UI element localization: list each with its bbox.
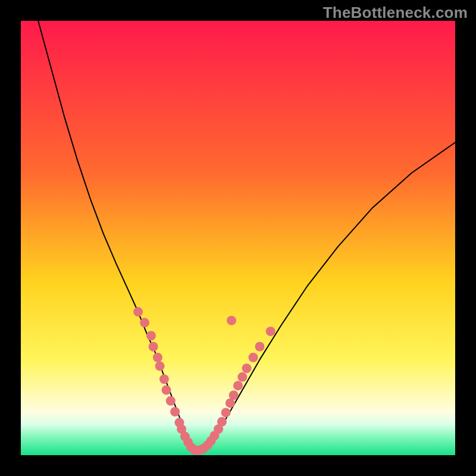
plot-area xyxy=(21,21,455,455)
scatter-point xyxy=(255,342,265,352)
chart-svg xyxy=(21,21,455,455)
scatter-point xyxy=(229,390,239,400)
scatter-point xyxy=(266,327,275,336)
scatter-point xyxy=(237,372,247,382)
scatter-point xyxy=(149,342,158,352)
scatter-point xyxy=(155,361,165,371)
scatter-point xyxy=(227,316,236,325)
scatter-point xyxy=(153,353,162,362)
scatter-point xyxy=(133,307,143,317)
scatter-point xyxy=(140,318,149,327)
scatter-point xyxy=(249,353,258,362)
chart-frame: TheBottleneck.com xyxy=(0,0,476,476)
scatter-point xyxy=(162,386,171,395)
scatter-point xyxy=(233,381,243,390)
scatter-point xyxy=(146,331,156,340)
watermark-text: TheBottleneck.com xyxy=(323,4,468,22)
scatter-point xyxy=(170,407,180,416)
scatter-point xyxy=(159,374,169,384)
scatter-point xyxy=(221,408,231,417)
scatter-point xyxy=(242,364,252,373)
scatter-point xyxy=(217,417,227,427)
scatter-point xyxy=(166,396,176,406)
